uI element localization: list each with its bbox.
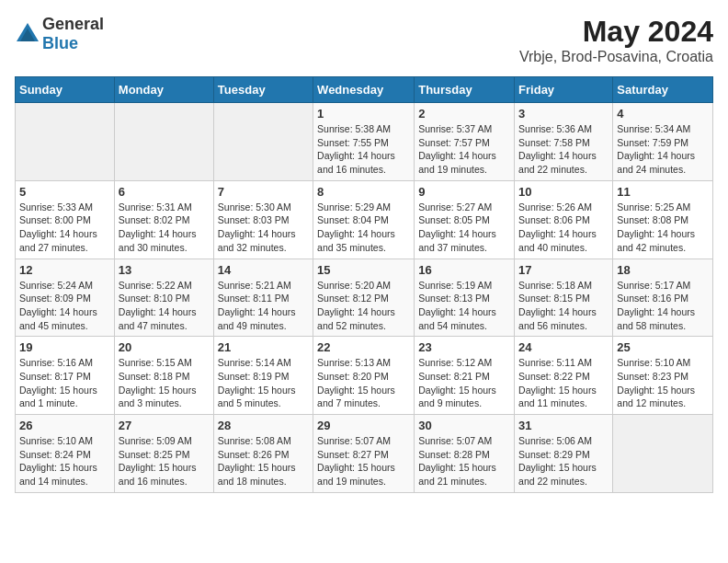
calendar-week-row: 5Sunrise: 5:33 AMSunset: 8:00 PMDaylight… [16, 180, 713, 259]
day-info: Sunrise: 5:21 AMSunset: 8:11 PMDaylight:… [218, 279, 309, 333]
day-info: Sunrise: 5:19 AMSunset: 8:13 PMDaylight:… [418, 279, 510, 333]
day-info: Sunrise: 5:31 AMSunset: 8:02 PMDaylight:… [119, 201, 210, 255]
day-number: 23 [418, 340, 510, 354]
weekday-header: Wednesday [313, 77, 415, 103]
logo-text: General Blue [42, 15, 104, 53]
day-number: 22 [317, 340, 410, 354]
day-info: Sunrise: 5:33 AMSunset: 8:00 PMDaylight:… [19, 201, 110, 255]
day-number: 7 [218, 185, 309, 199]
weekday-header: Friday [515, 77, 613, 103]
day-info: Sunrise: 5:13 AMSunset: 8:20 PMDaylight:… [317, 356, 410, 410]
calendar-cell: 30Sunrise: 5:07 AMSunset: 8:28 PMDayligh… [415, 415, 515, 493]
calendar-cell [613, 415, 713, 493]
day-number: 11 [617, 185, 709, 199]
calendar-cell: 8Sunrise: 5:29 AMSunset: 8:04 PMDaylight… [313, 180, 415, 259]
day-info: Sunrise: 5:09 AMSunset: 8:25 PMDaylight:… [119, 434, 210, 488]
day-info: Sunrise: 5:10 AMSunset: 8:24 PMDaylight:… [19, 434, 110, 488]
page-title: May 2024 [519, 15, 713, 49]
day-info: Sunrise: 5:18 AMSunset: 8:15 PMDaylight:… [518, 279, 609, 333]
calendar-cell: 19Sunrise: 5:16 AMSunset: 8:17 PMDayligh… [16, 337, 115, 415]
day-info: Sunrise: 5:36 AMSunset: 7:58 PMDaylight:… [518, 122, 609, 177]
calendar-cell: 13Sunrise: 5:22 AMSunset: 8:10 PMDayligh… [114, 259, 213, 337]
day-number: 29 [317, 419, 410, 432]
day-number: 25 [617, 340, 709, 354]
calendar-cell: 7Sunrise: 5:30 AMSunset: 8:03 PMDaylight… [213, 180, 313, 259]
calendar-cell: 28Sunrise: 5:08 AMSunset: 8:26 PMDayligh… [213, 415, 313, 493]
day-number: 3 [518, 107, 609, 121]
calendar-cell [213, 103, 313, 181]
weekday-header: Monday [114, 77, 213, 103]
calendar-cell [16, 103, 115, 181]
day-number: 24 [518, 340, 609, 354]
day-number: 18 [617, 263, 709, 277]
calendar-cell: 1Sunrise: 5:38 AMSunset: 7:55 PMDaylight… [313, 103, 415, 181]
day-info: Sunrise: 5:22 AMSunset: 8:10 PMDaylight:… [119, 279, 210, 333]
day-info: Sunrise: 5:37 AMSunset: 7:57 PMDaylight:… [418, 122, 510, 177]
calendar-week-row: 1Sunrise: 5:38 AMSunset: 7:55 PMDaylight… [16, 103, 713, 181]
calendar-cell: 20Sunrise: 5:15 AMSunset: 8:18 PMDayligh… [114, 337, 213, 415]
day-info: Sunrise: 5:07 AMSunset: 8:28 PMDaylight:… [418, 434, 510, 488]
day-number: 17 [518, 263, 609, 277]
calendar-cell: 24Sunrise: 5:11 AMSunset: 8:22 PMDayligh… [515, 337, 613, 415]
title-block: May 2024 Vrbje, Brod-Posavina, Croatia [519, 15, 713, 65]
weekday-header: Thursday [415, 77, 515, 103]
day-number: 12 [19, 263, 110, 277]
calendar-cell: 4Sunrise: 5:34 AMSunset: 7:59 PMDaylight… [613, 103, 713, 181]
logo: General Blue [15, 15, 104, 53]
day-number: 13 [119, 263, 210, 277]
day-number: 8 [317, 185, 410, 199]
calendar-cell: 22Sunrise: 5:13 AMSunset: 8:20 PMDayligh… [313, 337, 415, 415]
day-info: Sunrise: 5:06 AMSunset: 8:29 PMDaylight:… [518, 434, 609, 488]
day-info: Sunrise: 5:24 AMSunset: 8:09 PMDaylight:… [19, 279, 110, 333]
logo-general: General [42, 15, 104, 33]
calendar-cell: 11Sunrise: 5:25 AMSunset: 8:08 PMDayligh… [613, 180, 713, 259]
logo-blue: Blue [42, 34, 78, 52]
calendar-cell: 15Sunrise: 5:20 AMSunset: 8:12 PMDayligh… [313, 259, 415, 337]
day-number: 1 [317, 107, 410, 121]
day-number: 14 [218, 263, 309, 277]
day-info: Sunrise: 5:10 AMSunset: 8:23 PMDaylight:… [617, 356, 709, 410]
day-info: Sunrise: 5:16 AMSunset: 8:17 PMDaylight:… [19, 356, 110, 410]
page-header: General Blue May 2024 Vrbje, Brod-Posavi… [15, 15, 713, 65]
day-info: Sunrise: 5:38 AMSunset: 7:55 PMDaylight:… [317, 122, 410, 177]
calendar-cell: 31Sunrise: 5:06 AMSunset: 8:29 PMDayligh… [515, 415, 613, 493]
day-info: Sunrise: 5:29 AMSunset: 8:04 PMDaylight:… [317, 201, 410, 255]
weekday-header: Tuesday [213, 77, 313, 103]
day-number: 16 [418, 263, 510, 277]
calendar-cell: 29Sunrise: 5:07 AMSunset: 8:27 PMDayligh… [313, 415, 415, 493]
day-number: 10 [518, 185, 609, 199]
calendar-cell: 26Sunrise: 5:10 AMSunset: 8:24 PMDayligh… [16, 415, 115, 493]
calendar-cell: 16Sunrise: 5:19 AMSunset: 8:13 PMDayligh… [415, 259, 515, 337]
day-number: 2 [418, 107, 510, 121]
day-info: Sunrise: 5:11 AMSunset: 8:22 PMDaylight:… [518, 356, 609, 410]
day-number: 26 [19, 419, 110, 432]
day-info: Sunrise: 5:08 AMSunset: 8:26 PMDaylight:… [218, 434, 309, 488]
page-subtitle: Vrbje, Brod-Posavina, Croatia [519, 49, 713, 65]
calendar-cell: 2Sunrise: 5:37 AMSunset: 7:57 PMDaylight… [415, 103, 515, 181]
calendar-cell: 23Sunrise: 5:12 AMSunset: 8:21 PMDayligh… [415, 337, 515, 415]
calendar-cell: 9Sunrise: 5:27 AMSunset: 8:05 PMDaylight… [415, 180, 515, 259]
calendar-cell: 10Sunrise: 5:26 AMSunset: 8:06 PMDayligh… [515, 180, 613, 259]
day-info: Sunrise: 5:14 AMSunset: 8:19 PMDaylight:… [218, 356, 309, 410]
calendar-cell: 27Sunrise: 5:09 AMSunset: 8:25 PMDayligh… [114, 415, 213, 493]
day-info: Sunrise: 5:20 AMSunset: 8:12 PMDaylight:… [317, 279, 410, 333]
calendar-cell: 21Sunrise: 5:14 AMSunset: 8:19 PMDayligh… [213, 337, 313, 415]
day-info: Sunrise: 5:15 AMSunset: 8:18 PMDaylight:… [119, 356, 210, 410]
day-number: 5 [19, 185, 110, 199]
day-number: 31 [518, 419, 609, 432]
day-info: Sunrise: 5:27 AMSunset: 8:05 PMDaylight:… [418, 201, 510, 255]
calendar-cell: 5Sunrise: 5:33 AMSunset: 8:00 PMDaylight… [16, 180, 115, 259]
day-number: 30 [418, 419, 510, 432]
day-info: Sunrise: 5:17 AMSunset: 8:16 PMDaylight:… [617, 279, 709, 333]
day-number: 9 [418, 185, 510, 199]
weekday-header: Sunday [16, 77, 115, 103]
day-number: 21 [218, 340, 309, 354]
day-number: 28 [218, 419, 309, 432]
day-number: 4 [617, 107, 709, 121]
calendar-cell: 14Sunrise: 5:21 AMSunset: 8:11 PMDayligh… [213, 259, 313, 337]
day-number: 27 [119, 419, 210, 432]
day-number: 20 [119, 340, 210, 354]
day-info: Sunrise: 5:26 AMSunset: 8:06 PMDaylight:… [518, 201, 609, 255]
day-number: 6 [119, 185, 210, 199]
calendar-week-row: 26Sunrise: 5:10 AMSunset: 8:24 PMDayligh… [16, 415, 713, 493]
